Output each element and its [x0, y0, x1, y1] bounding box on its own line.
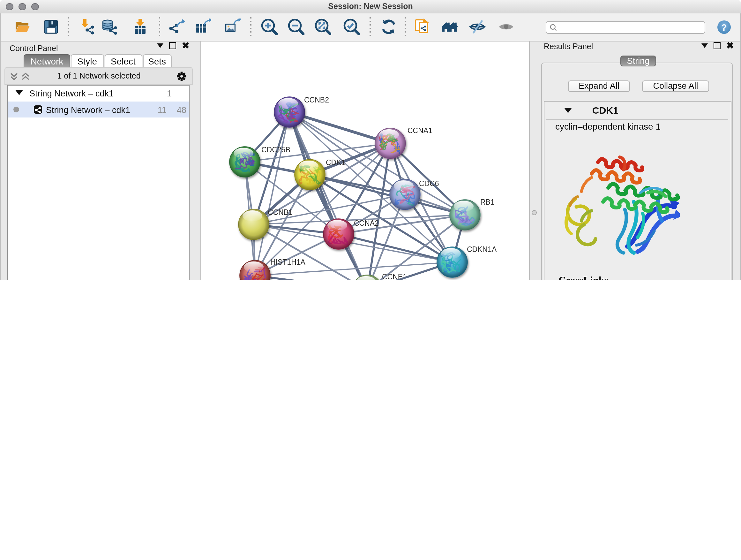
- svg-text:CDC6: CDC6: [419, 179, 439, 187]
- svg-text:CCNB2: CCNB2: [304, 96, 329, 104]
- svg-text:CDK1: CDK1: [326, 158, 345, 166]
- svg-text:CCNA2: CCNA2: [354, 219, 379, 227]
- svg-text:CCNE1: CCNE1: [382, 272, 407, 280]
- svg-text:CDKN1A: CDKN1A: [467, 245, 496, 253]
- svg-text:CCNA1: CCNA1: [407, 126, 432, 134]
- svg-text:CCNB1: CCNB1: [267, 208, 292, 216]
- svg-text:CDC25B: CDC25B: [261, 145, 290, 153]
- svg-text:HIST1H1A: HIST1H1A: [270, 258, 306, 266]
- svg-text:RB1: RB1: [480, 198, 494, 206]
